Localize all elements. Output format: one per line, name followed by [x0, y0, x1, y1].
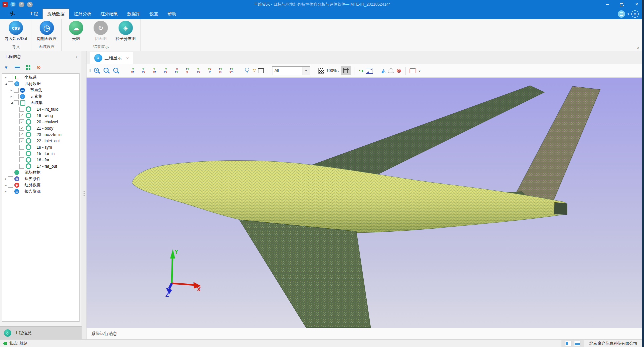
menu-item[interactable]: 流场数据	[43, 9, 69, 19]
menu-item[interactable]: 帮助	[163, 9, 181, 19]
tree-item-checkbox[interactable]	[14, 100, 19, 105]
tree-item-checkbox[interactable]	[8, 183, 13, 188]
viewport-3d[interactable]: Y X Z	[87, 78, 644, 328]
redo-icon[interactable]	[27, 2, 33, 7]
view-iso[interactable]: Y zx	[194, 68, 203, 74]
tree-item[interactable]: 流场数据	[2, 169, 79, 176]
save-icon[interactable]	[10, 2, 16, 7]
delete-icon[interactable]	[396, 67, 401, 74]
collapse-ribbon-icon[interactable]	[637, 46, 639, 49]
style-toggle-icon[interactable]	[618, 10, 625, 18]
atom-icon[interactable]	[388, 68, 394, 74]
tree-item-checkbox[interactable]	[8, 170, 13, 175]
display-filter-dropdown[interactable]: All	[272, 66, 310, 75]
list-icon[interactable]	[15, 66, 20, 69]
collapse-panel-button[interactable]	[76, 54, 78, 59]
undo-icon[interactable]	[19, 2, 24, 7]
expand-arrow-icon[interactable]	[4, 190, 8, 193]
tree-item[interactable]: 23 - nozzle_in	[2, 131, 79, 138]
section-plot-button[interactable]: 切面图	[89, 21, 112, 42]
tree-item[interactable]: 面域集	[2, 100, 79, 106]
tree-item-checkbox[interactable]	[19, 157, 24, 162]
tree-item-checkbox[interactable]	[8, 75, 13, 80]
zoom-fit-button[interactable]	[113, 67, 120, 74]
tree-item-checkbox[interactable]	[19, 126, 24, 131]
grid-icon[interactable]	[26, 65, 30, 70]
target-icon[interactable]	[37, 64, 41, 70]
tree-item[interactable]: 几何数据	[2, 81, 79, 87]
package-icon[interactable]	[410, 68, 416, 73]
chevron-down-icon[interactable]	[627, 12, 629, 16]
view-front[interactable]: Y xz	[128, 68, 137, 74]
tree-item[interactable]: 17 - far_out	[2, 163, 79, 169]
menu-item[interactable]: 工程	[25, 9, 43, 19]
chevron-down-icon[interactable]	[302, 67, 310, 75]
minimize-button[interactable]	[600, 0, 615, 9]
panel-bottom-tab[interactable]: 工程信息	[0, 326, 82, 339]
tree-item-checkbox[interactable]	[19, 164, 24, 169]
tree-item-checkbox[interactable]	[19, 138, 24, 143]
snapshot-icon[interactable]	[366, 68, 373, 74]
chevron-down-icon[interactable]	[418, 69, 421, 73]
menu-item[interactable]: 红外结果	[96, 9, 123, 19]
probe-icon[interactable]	[244, 67, 250, 74]
layout-split-left-icon[interactable]	[565, 341, 571, 346]
tree-item-checkbox[interactable]	[14, 88, 19, 93]
contour-plot-button[interactable]: 云图	[64, 21, 88, 42]
checker-pattern-icon[interactable]	[318, 68, 324, 74]
tree-item-checkbox[interactable]	[8, 176, 13, 181]
tree-item-checkbox[interactable]	[19, 119, 24, 124]
tree-item[interactable]: 16 - far	[2, 157, 79, 163]
import-cas-dat-button[interactable]: 导入Cas/Dat	[3, 21, 29, 42]
expand-arrow-icon[interactable]	[4, 76, 8, 79]
tree-item[interactable]: 21 - body	[2, 125, 79, 131]
view-top[interactable]: x zY	[172, 68, 181, 74]
view-rotate-down[interactable]: zY x↓	[216, 68, 225, 74]
view-left[interactable]: Y xz	[150, 68, 159, 74]
box-select-icon[interactable]	[258, 68, 264, 73]
layout-split-bottom-icon[interactable]	[574, 341, 580, 346]
mirror-icon[interactable]	[381, 67, 386, 74]
tree-item[interactable]: 红外数据	[2, 182, 79, 188]
tree-item[interactable]: 15 - far_in	[2, 150, 79, 157]
view-bottom[interactable]: zY x	[183, 68, 192, 74]
tree-item[interactable]: 报告资源	[2, 188, 79, 195]
scatter-icon[interactable]	[252, 68, 256, 73]
tree-item[interactable]: 22 - inlet_out	[2, 138, 79, 144]
tree-item[interactable]: 20 - chuiwei	[2, 119, 79, 125]
tree-item-checkbox[interactable]	[19, 107, 24, 112]
tree-item-checkbox[interactable]	[19, 132, 24, 137]
filter-icon[interactable]	[4, 65, 8, 70]
particle-distribution-button[interactable]: 粒子分布图	[114, 21, 138, 42]
drag-handle[interactable]	[89, 68, 91, 73]
periodic-face-settings-button[interactable]: 周期面设置	[35, 21, 59, 42]
expand-arrow-icon[interactable]	[9, 89, 14, 92]
expand-arrow-icon[interactable]	[9, 101, 14, 105]
zoom-level-control[interactable]: 100%	[326, 68, 339, 73]
tab-close-icon[interactable]	[126, 56, 129, 61]
view-rotate-free[interactable]: zY x↷	[227, 68, 236, 74]
menu-item[interactable]: 红外分析	[69, 9, 96, 19]
expand-arrow-icon[interactable]	[4, 184, 8, 187]
export-arrow-icon[interactable]	[359, 67, 364, 74]
tree-item-checkbox[interactable]	[8, 189, 13, 194]
zoom-in-button[interactable]	[93, 67, 101, 74]
restore-button[interactable]	[615, 0, 629, 9]
tree-item-checkbox[interactable]	[8, 81, 13, 86]
tree-item[interactable]: 元素集	[2, 93, 79, 100]
splitter-handle[interactable]	[84, 191, 85, 196]
tree-item[interactable]: 坐标系	[2, 74, 79, 81]
panel-splitter[interactable]	[82, 51, 87, 339]
zoom-out-button[interactable]	[103, 67, 110, 74]
view-back[interactable]: Y zx	[139, 68, 148, 74]
save-layout-icon[interactable]	[631, 10, 639, 18]
tab-3d-display[interactable]: 三维显示	[90, 52, 133, 64]
menu-item[interactable]: 数据库	[123, 9, 145, 19]
expand-arrow-icon[interactable]	[9, 95, 14, 98]
tree-item[interactable]: 19 - wing	[2, 112, 79, 119]
menu-item[interactable]: 设置	[145, 9, 163, 19]
tree-item[interactable]: 14 - int_fluid	[2, 106, 79, 112]
tree-item-checkbox[interactable]	[19, 151, 24, 156]
tree-item[interactable]: 边界条件	[2, 176, 79, 182]
expand-arrow-icon[interactable]	[4, 178, 8, 180]
